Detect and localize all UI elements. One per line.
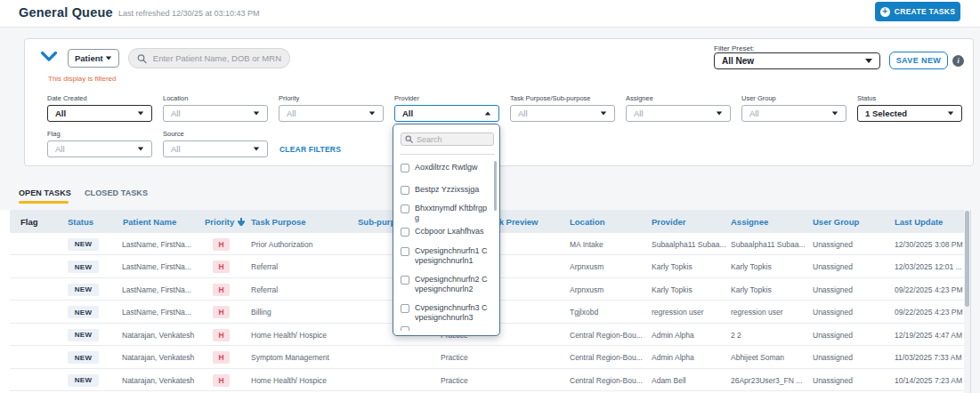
last-update-cell: 12/19/2025 4:47 AM [895,331,962,340]
filter-select-location[interactable]: All [163,105,268,122]
caret-down-icon [601,112,606,116]
table-row[interactable]: NEWNatarajan, VenkateshHHome Health/ Hos… [10,369,964,392]
checkbox-unchecked-icon[interactable] [401,304,409,313]
filter-value: All [171,108,181,118]
status-badge: NEW [68,351,99,364]
column-header-user-group[interactable]: User Group [813,217,859,227]
column-header-provider[interactable]: Provider [652,217,686,227]
filter-value: All [55,144,65,154]
filter-label-date-created: Date Created [47,94,87,102]
location-cell: Central Region-Bou... [570,353,643,362]
tab-closed-tasks[interactable]: CLOSED TASKS [85,188,148,197]
divider [400,154,495,155]
status-badge: NEW [68,374,99,387]
clear-filters-link[interactable]: CLEAR FILTERS [279,145,341,154]
user-group-cell: Unassigned [813,376,853,385]
filter-select-user-group[interactable]: All [741,105,846,122]
checkbox-unchecked-icon[interactable] [401,164,409,172]
patient-name-cell: Natarajan, Venkatesh [122,331,194,340]
checkbox-unchecked-icon[interactable] [401,326,409,331]
filter-select-status[interactable]: 1 Selected [857,105,962,122]
patient-name-cell: Natarajan, Venkatesh [122,353,194,362]
provider-dropdown-panel: Search Aoxdiltrzc RwtlgwBestpz Yzzixssjg… [393,124,500,336]
priority-badge: H [213,284,230,296]
save-new-button[interactable]: SAVE NEW [889,52,948,69]
checkbox-unchecked-icon[interactable] [401,205,409,213]
info-icon[interactable]: i [952,55,964,67]
filter-select-source[interactable]: All [163,140,268,157]
last-update-cell: 12/03/2025 12:01 ... [895,262,962,271]
status-badge: NEW [68,238,99,251]
filter-value: All [402,108,413,118]
column-header-last-update[interactable]: Last Update [895,217,943,227]
caret-down-icon [254,148,259,151]
table-row[interactable]: NEWNatarajan, VenkateshHSymptom Manageme… [10,346,964,369]
filter-select-assignee[interactable]: All [626,105,731,122]
provider-cell: Adam Bell [652,376,686,385]
column-header-assignee[interactable]: Assignee [731,217,768,227]
column-header-patient-name[interactable]: Patient Name [123,217,176,227]
provider-option-label: Cvpesignchnurfn1 Cvpesignchnurln1 [415,246,490,265]
column-header-task-purpose[interactable]: Task Purpose [251,217,306,227]
provider-option-label: Bestpz Yzzixssjga [415,185,490,195]
filter-value: All [749,108,759,118]
filter-select-date-created[interactable]: All [47,105,152,122]
provider-dropdown-scrollbar-thumb[interactable] [494,161,497,211]
user-group-cell: Unassigned [813,353,853,362]
task-purpose-cell: Home Health/ Hospice [251,376,327,385]
task-purpose-cell: Symptom Management [251,353,329,362]
filter-select-flag[interactable]: All [47,140,152,157]
provider-cell: Admin Alpha [652,331,694,340]
filter-label-provider: Provider [394,94,419,102]
user-group-cell: Unassigned [813,262,853,271]
provider-option-label: Aoxdiltrzc Rwtlgw [415,163,490,172]
filter-preset-select[interactable]: All New [714,52,880,69]
task-purpose-cell: Home Health/ Hospice [251,331,327,340]
patient-search-placeholder: Enter Patient Name, DOB or MRN [153,53,281,63]
caret-down-icon [948,112,953,116]
assignee-cell: regression user [731,308,783,317]
column-header-status[interactable]: Status [68,217,93,227]
assignee-cell: 2 2 [731,331,741,340]
filter-select-priority[interactable]: All [279,105,384,122]
user-group-cell: Unassigned [813,331,853,340]
checkbox-unchecked-icon[interactable] [401,228,409,237]
assignee-cell: 26Apr23User3_FN ... [731,376,802,385]
search-by-value: Patient [75,53,103,63]
last-update-cell: 09/22/2025 4:23 PM [895,285,963,294]
plus-icon: + [880,7,890,17]
patient-name-cell: LastName, FirstNa... [122,262,191,271]
collapse-chevron-icon[interactable] [40,51,58,62]
last-update-cell: 12/30/2025 3:08 PM [895,240,963,249]
sort-descending-icon [234,218,245,228]
patient-search-input[interactable]: Enter Patient Name, DOB or MRN [128,48,290,68]
task-purpose-cell: Prior Authorization [251,240,312,249]
filter-value: All [171,144,181,154]
column-header-flag[interactable]: Flag [20,217,38,227]
checkbox-unchecked-icon[interactable] [401,186,409,195]
filter-value: All [287,108,296,118]
last-update-cell: 09/22/2025 4:23 PM [895,308,963,317]
tab-open-tasks[interactable]: OPEN TASKS [19,188,71,197]
provider-dropdown-search-input[interactable]: Search [401,132,494,146]
column-header-priority[interactable]: Priority [205,217,245,228]
search-by-select[interactable]: Patient [68,49,119,68]
filter-label-source: Source [163,130,184,138]
provider-option-list: Aoxdiltrzc RwtlgwBestpz YzzixssjgaBhxxtn… [393,160,499,331]
filter-label-location: Location [163,94,188,102]
filter-label-task-purpose-sub-purpose: Task Purpose/Sub-purpose [510,94,590,102]
priority-badge: H [213,329,230,341]
provider-option-label: Cvpesignchnurfn2 Cvpesignchnurln2 [415,275,490,293]
assignee-cell: Karly Topkis [731,262,772,271]
checkbox-unchecked-icon[interactable] [401,247,409,256]
patient-name-cell: Natarajan, Venkatesh [122,376,194,385]
location-cell: MA Intake [570,240,603,249]
create-tasks-button[interactable]: + CREATE TASKS [875,2,960,21]
location-cell: Central Region-Bou... [570,376,643,385]
assignee-cell: Abhijeet Soman [731,353,784,362]
filter-select-task-purpose-sub-purpose[interactable]: All [510,105,615,122]
column-header-location[interactable]: Location [570,217,605,227]
checkbox-unchecked-icon[interactable] [401,276,409,285]
filter-select-provider[interactable]: All [394,105,499,122]
table-vertical-scrollbar-thumb[interactable] [965,211,969,307]
